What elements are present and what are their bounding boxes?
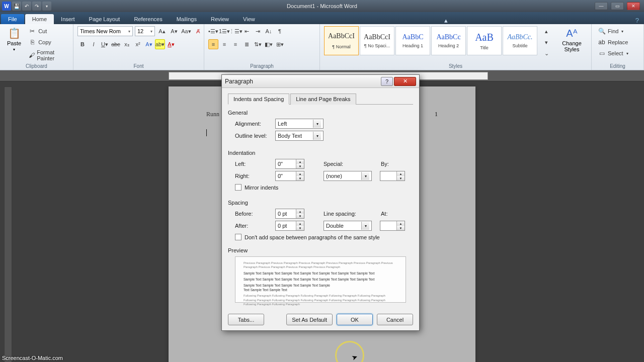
mirror-indents-check[interactable]: Mirror indents	[235, 184, 413, 191]
group-paragraph: •☰▾ 1☰▾ ⋮☰▾ ⇤ ⇥ A↓ ¶ ≡ ≡ ≡ ≣ ⇅▾ ◧▾ ⊞▾ Pa…	[204, 24, 320, 70]
style-gallery[interactable]: AaBbCcI¶ Normal AaBbCcI¶ No Spaci... AaB…	[324, 26, 537, 55]
copy-button[interactable]: ⎘Copy	[26, 37, 69, 47]
style-title[interactable]: AaBTitle	[467, 26, 502, 55]
replace-button[interactable]: abReplace	[596, 37, 630, 47]
clear-format-icon[interactable]: A̸	[193, 26, 203, 36]
find-button[interactable]: 🔍Find▾	[596, 26, 630, 36]
text-effects-icon[interactable]: A▾	[144, 39, 154, 49]
change-styles-button[interactable]: Aᴬ Change Styles	[556, 26, 587, 53]
after-spin[interactable]: 0 pt▲▼	[275, 221, 304, 231]
style-nospacing[interactable]: AaBbCcI¶ No Spaci...	[360, 26, 394, 55]
paste-button[interactable]: 📋 Paste ▾	[4, 26, 24, 53]
close-button[interactable]: ✕	[627, 2, 640, 10]
highlight-icon[interactable]: ab▾	[155, 39, 165, 49]
line-spacing-label: Line spacing:	[324, 211, 361, 217]
tab-insert[interactable]: Insert	[54, 14, 82, 24]
shading-icon[interactable]: ◧▾	[264, 39, 274, 49]
paste-label: Paste	[7, 40, 21, 46]
strike-icon[interactable]: abc	[111, 39, 121, 49]
font-size-select[interactable]: 12▾	[135, 26, 155, 36]
align-center-icon[interactable]: ≡	[219, 39, 229, 49]
help-icon[interactable]: ?	[630, 17, 644, 24]
outline-label: Outline level:	[235, 133, 271, 139]
line-spacing-icon[interactable]: ⇅▾	[253, 39, 263, 49]
undo-icon[interactable]: ↶	[22, 2, 31, 11]
italic-icon[interactable]: I	[89, 39, 99, 49]
cut-button[interactable]: ✂Cut	[26, 26, 69, 36]
minimize-button[interactable]: —	[595, 2, 608, 10]
justify-icon[interactable]: ≣	[242, 39, 252, 49]
tab-review[interactable]: Review	[204, 14, 236, 24]
indent-right-spin[interactable]: 0"▲▼	[275, 171, 304, 181]
dialog-buttons: Tabs... Set As Default OK Cancel	[222, 309, 419, 330]
tab-references[interactable]: References	[127, 14, 169, 24]
alignment-combo[interactable]: Left▾	[275, 119, 324, 129]
paste-icon: 📋	[8, 27, 20, 39]
font-name-select[interactable]: Times New Rom▾	[77, 26, 133, 36]
format-painter-button[interactable]: 🖌Format Painter	[26, 48, 69, 62]
editing-label: Editing	[592, 63, 643, 69]
no-space-same-style-check[interactable]: Don't add space between paragraphs of th…	[235, 234, 413, 240]
tab-mailings[interactable]: Mailings	[170, 14, 204, 24]
find-icon: 🔍	[598, 27, 606, 35]
font-color-icon[interactable]: A▾	[166, 39, 176, 49]
bold-icon[interactable]: B	[77, 39, 88, 49]
before-spin[interactable]: 0 pt▲▼	[275, 209, 304, 219]
maximize-button[interactable]: ▭	[611, 2, 624, 10]
tab-home[interactable]: Home	[25, 14, 54, 24]
numbering-icon[interactable]: 1☰▾	[219, 26, 229, 36]
save-icon[interactable]: 💾	[12, 2, 21, 11]
ok-button[interactable]: OK	[337, 314, 373, 325]
preview-heading: Preview	[228, 247, 413, 253]
sort-icon[interactable]: A↓	[264, 26, 274, 36]
dialog-title: Paragraph	[225, 78, 253, 85]
indent-left-spin[interactable]: 0"▲▼	[275, 159, 304, 169]
gallery-up-icon[interactable]: ▴	[541, 26, 551, 36]
superscript-icon[interactable]: x²	[133, 39, 143, 49]
clipboard-label: Clipboard	[0, 63, 73, 69]
qat-customize-icon[interactable]: ▾	[42, 2, 51, 11]
borders-icon[interactable]: ⊞▾	[275, 39, 285, 49]
align-right-icon[interactable]: ≡	[230, 39, 240, 49]
set-default-button[interactable]: Set As Default	[286, 314, 333, 325]
before-label: Before:	[235, 211, 271, 217]
decrease-indent-icon[interactable]: ⇤	[242, 26, 252, 36]
bullets-icon[interactable]: •☰▾	[208, 26, 218, 36]
align-left-icon[interactable]: ≡	[208, 39, 218, 49]
change-case-icon[interactable]: Aa▾	[181, 26, 191, 36]
dialog-help-button[interactable]: ?	[381, 77, 393, 86]
style-normal[interactable]: AaBbCcI¶ Normal	[324, 26, 359, 55]
style-heading2[interactable]: AaBbCcHeading 2	[431, 26, 466, 55]
special-combo[interactable]: (none)▾	[324, 171, 372, 181]
tabs-button[interactable]: Tabs...	[228, 314, 264, 325]
shrink-font-icon[interactable]: A▾	[169, 26, 179, 36]
dialog-close-button[interactable]: ✕	[394, 77, 416, 86]
underline-icon[interactable]: U▾	[100, 39, 110, 49]
redo-icon[interactable]: ↷	[32, 2, 41, 11]
style-subtitle[interactable]: AaBbCc.Subtitle	[503, 26, 537, 55]
gallery-down-icon[interactable]: ▾	[541, 37, 551, 47]
by-spin[interactable]: ▲▼	[380, 171, 405, 181]
style-heading1[interactable]: AaBbCHeading 1	[395, 26, 430, 55]
tab-line-page-breaks[interactable]: Line and Page Breaks	[290, 94, 356, 105]
paragraph-group-label: Paragraph	[204, 63, 319, 69]
line-spacing-combo[interactable]: Double▾	[324, 221, 372, 231]
file-tab[interactable]: File	[1, 14, 24, 24]
tab-page-layout[interactable]: Page Layout	[82, 14, 127, 24]
cancel-button[interactable]: Cancel	[377, 314, 413, 325]
outline-combo[interactable]: Body Text▾	[275, 131, 324, 141]
select-button[interactable]: ▭Select▾	[596, 48, 630, 58]
at-spin[interactable]: ▲▼	[380, 221, 405, 231]
subscript-icon[interactable]: x₂	[122, 39, 132, 49]
multilevel-icon[interactable]: ⋮☰▾	[230, 26, 240, 36]
cut-icon: ✂	[28, 27, 36, 35]
dialog-titlebar[interactable]: Paragraph ? ✕	[222, 75, 419, 88]
ribbon-minimize-icon[interactable]: ▴	[439, 17, 453, 24]
replace-icon: ab	[598, 38, 606, 46]
gallery-more-icon[interactable]: ⌄	[541, 48, 551, 58]
tab-indents-spacing[interactable]: Indents and Spacing	[228, 94, 289, 105]
tab-view[interactable]: View	[236, 14, 262, 24]
show-marks-icon[interactable]: ¶	[275, 26, 285, 36]
increase-indent-icon[interactable]: ⇥	[253, 26, 263, 36]
grow-font-icon[interactable]: A▴	[157, 26, 167, 36]
